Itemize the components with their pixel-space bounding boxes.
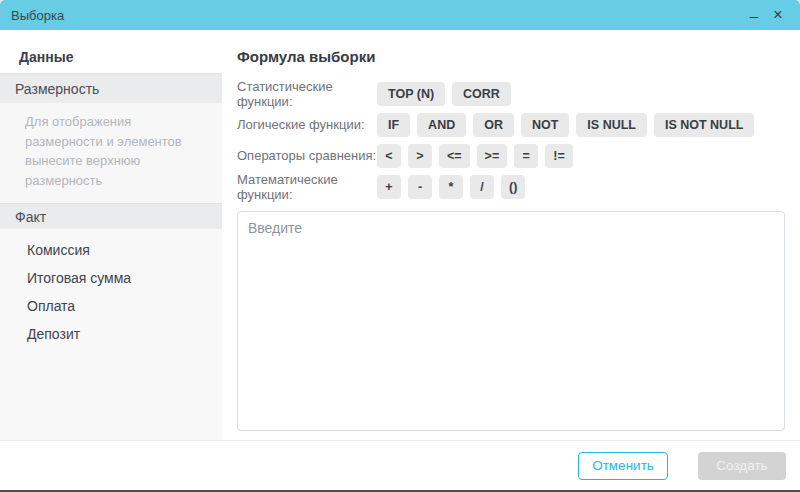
- row-logical-functions: Логические функции: IF AND OR NOT IS NUL…: [237, 109, 785, 140]
- cancel-button[interactable]: Отменить: [578, 452, 668, 480]
- btn-not-equal[interactable]: !=: [545, 144, 572, 168]
- formula-input[interactable]: [237, 211, 785, 431]
- btn-top-n[interactable]: TOP (N): [377, 82, 445, 106]
- sidebar-item-commission[interactable]: Комиссия: [0, 236, 222, 264]
- sidebar-section-fact[interactable]: Факт: [0, 203, 222, 229]
- btn-corr[interactable]: CORR: [452, 82, 511, 106]
- sidebar-section-dimension[interactable]: Размерность: [0, 73, 222, 103]
- sidebar-item-payment[interactable]: Оплата: [0, 292, 222, 320]
- comparison-operators-buttons: < > <= >= = !=: [377, 144, 573, 168]
- sidebar-item-deposit[interactable]: Депозит: [0, 320, 222, 348]
- formula-panel: Формула выборки Статистические функции: …: [222, 30, 800, 440]
- dialog-content: Данные Размерность Для отображения разме…: [0, 30, 800, 440]
- close-icon[interactable]: ×: [766, 3, 790, 27]
- data-sidebar: Данные Размерность Для отображения разме…: [0, 30, 222, 440]
- btn-or[interactable]: OR: [473, 113, 514, 137]
- btn-and[interactable]: AND: [417, 113, 466, 137]
- panel-title: Формула выборки: [237, 48, 785, 65]
- logical-functions-label: Логические функции:: [237, 117, 377, 132]
- btn-not[interactable]: NOT: [521, 113, 569, 137]
- math-functions-label: Математические функции:: [237, 172, 377, 202]
- btn-is-not-null[interactable]: IS NOT NULL: [654, 113, 754, 137]
- function-rows: Статистические функции: TOP (N) CORR Лог…: [237, 78, 785, 202]
- btn-greater-equal[interactable]: >=: [477, 144, 508, 168]
- row-math-functions: Математические функции: + - * / (): [237, 171, 785, 202]
- sidebar-header-data: Данные: [0, 30, 222, 73]
- dialog-footer: Отменить Создать: [0, 440, 800, 490]
- btn-if[interactable]: IF: [377, 113, 410, 137]
- btn-parentheses[interactable]: (): [501, 175, 525, 199]
- btn-less-equal[interactable]: <=: [439, 144, 470, 168]
- fact-items-list: Комиссия Итоговая сумма Оплата Депозит: [0, 229, 222, 440]
- minimize-icon[interactable]: –: [742, 3, 766, 27]
- row-statistical-functions: Статистические функции: TOP (N) CORR: [237, 78, 785, 109]
- btn-multiply[interactable]: *: [439, 175, 463, 199]
- statistical-functions-label: Статистические функции:: [237, 79, 377, 109]
- btn-minus[interactable]: -: [408, 175, 432, 199]
- comparison-operators-label: Операторы сравнения:: [237, 148, 377, 163]
- btn-plus[interactable]: +: [377, 175, 401, 199]
- window-title: Выборка: [11, 8, 64, 23]
- btn-less-than[interactable]: <: [377, 144, 401, 168]
- dimension-hint-text: Для отображения размерности и элементов …: [0, 103, 222, 203]
- logical-functions-buttons: IF AND OR NOT IS NULL IS NOT NULL: [377, 113, 754, 137]
- sidebar-item-total-sum[interactable]: Итоговая сумма: [0, 264, 222, 292]
- row-comparison-operators: Операторы сравнения: < > <= >= = !=: [237, 140, 785, 171]
- selection-dialog: Выборка – × Данные Размерность Для отобр…: [0, 0, 800, 492]
- titlebar[interactable]: Выборка – ×: [0, 0, 800, 30]
- statistical-functions-buttons: TOP (N) CORR: [377, 82, 511, 106]
- btn-equal[interactable]: =: [514, 144, 538, 168]
- btn-greater-than[interactable]: >: [408, 144, 432, 168]
- create-button[interactable]: Создать: [698, 452, 786, 480]
- math-functions-buttons: + - * / (): [377, 175, 525, 199]
- btn-is-null[interactable]: IS NULL: [576, 113, 647, 137]
- btn-divide[interactable]: /: [470, 175, 494, 199]
